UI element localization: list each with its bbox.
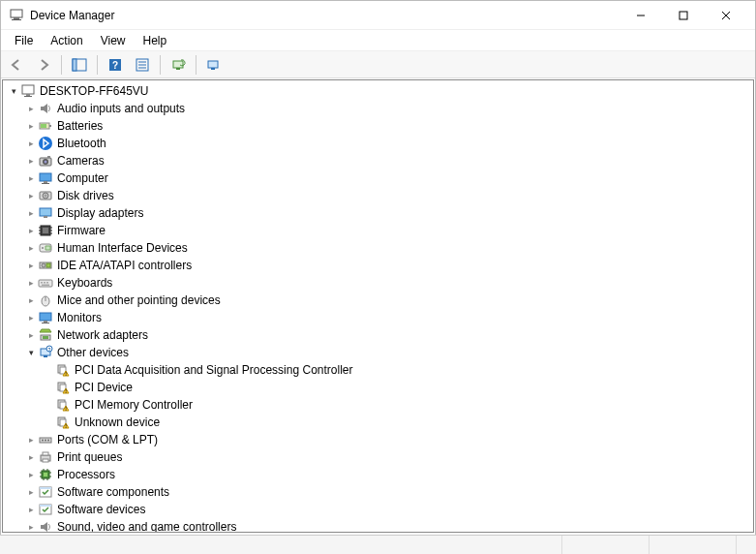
tree-category-row[interactable]: ▸Network adapters: [24, 326, 753, 344]
show-hide-tree-button[interactable]: [68, 54, 91, 76]
expand-icon[interactable]: ▸: [24, 102, 38, 115]
add-legacy-hardware-button[interactable]: [202, 54, 226, 76]
tree-root-row[interactable]: ▾DESKTOP-FF645VU: [7, 82, 753, 100]
tree-category-row[interactable]: ▸Bluetooth: [24, 135, 753, 152]
expand-icon[interactable]: ▸: [24, 137, 38, 150]
forward-button[interactable]: [32, 54, 55, 76]
tree-category-row[interactable]: ▸IDE ATA/ATAPI controllers: [24, 257, 753, 274]
tree-device-row[interactable]: PCI Device: [42, 379, 753, 396]
tree-root-label: DESKTOP-FF645VU: [40, 82, 148, 100]
expand-icon[interactable]: ▸: [24, 450, 38, 464]
tree-category-row[interactable]: ▸Monitors: [24, 309, 753, 326]
status-cell: [0, 536, 562, 554]
tree-category-row[interactable]: ▸Display adapters: [24, 204, 753, 222]
menu-action[interactable]: Action: [43, 32, 90, 49]
tree-category: ▸Disk drives: [24, 187, 753, 204]
tree-category-row[interactable]: ▸Computer: [24, 169, 753, 187]
tree-category: ▸Keyboards: [24, 274, 753, 292]
svg-rect-16: [176, 68, 180, 70]
tree-category-row[interactable]: ▸Software components: [24, 483, 753, 501]
tree-category-row[interactable]: ▸Processors: [24, 466, 753, 483]
speaker-icon: [38, 101, 53, 116]
collapse-icon[interactable]: ▾: [24, 346, 38, 359]
svg-rect-1: [14, 17, 19, 19]
expand-icon[interactable]: ▸: [24, 189, 38, 202]
tree-category-row[interactable]: ▸Software devices: [24, 501, 753, 518]
help-button[interactable]: ?: [104, 54, 127, 76]
maximize-button[interactable]: [662, 2, 705, 29]
tree-category-label: Software devices: [57, 501, 145, 518]
tree-category-row[interactable]: ▸Cameras: [24, 152, 753, 169]
tree-category-row[interactable]: ▸Ports (COM & LPT): [24, 431, 753, 448]
processor-icon: [38, 467, 53, 482]
warning-device-icon: [55, 415, 71, 430]
tree-device-row[interactable]: PCI Memory Controller: [42, 396, 753, 414]
tree-device-row[interactable]: PCI Data Acquisition and Signal Processi…: [42, 361, 753, 379]
expand-icon[interactable]: ▸: [24, 171, 38, 185]
toolbar-separator: [61, 55, 62, 75]
expand-icon[interactable]: ▸: [24, 259, 38, 272]
tree-category-row[interactable]: ▸Print queues: [24, 448, 753, 466]
tree-category-label: Sound, video and game controllers: [57, 518, 236, 533]
speaker-icon: [38, 519, 53, 533]
expand-icon[interactable]: ▸: [24, 154, 38, 168]
menu-file[interactable]: File: [7, 32, 41, 49]
scan-hardware-button[interactable]: [166, 54, 190, 76]
other-icon: [38, 345, 53, 360]
tree-category: ▸Cameras: [24, 152, 753, 169]
expand-icon[interactable]: ▸: [24, 433, 38, 446]
expand-icon[interactable]: ▸: [24, 503, 38, 516]
tree-category: ▸Display adapters: [24, 204, 753, 222]
tree-device-row[interactable]: Unknown device: [42, 414, 753, 431]
tree-category-label: Firmware: [57, 222, 106, 239]
tree-category-row[interactable]: ▸Disk drives: [24, 187, 753, 204]
expand-icon[interactable]: ▸: [24, 328, 38, 342]
properties-button[interactable]: [131, 54, 154, 76]
printer-icon: [38, 449, 53, 465]
tree-category-row[interactable]: ▸Mice and other pointing devices: [24, 292, 753, 309]
tree-category-row[interactable]: ▸Human Interface Devices: [24, 239, 753, 257]
expand-icon[interactable]: ▸: [24, 468, 38, 481]
collapse-icon[interactable]: ▾: [7, 84, 20, 98]
bluetooth-icon: [38, 136, 53, 151]
svg-rect-4: [680, 12, 687, 19]
tree-category-row[interactable]: ▸Sound, video and game controllers: [24, 518, 753, 533]
expand-icon[interactable]: ▸: [24, 224, 38, 237]
minimize-button[interactable]: [620, 2, 662, 29]
tree-category: ▸IDE ATA/ATAPI controllers: [24, 257, 753, 274]
disk-icon: [38, 188, 53, 203]
tree-device-label: PCI Device: [75, 379, 133, 396]
tree-category-row[interactable]: ▸Audio inputs and outputs: [24, 100, 753, 117]
tree-category: ▸Audio inputs and outputs: [24, 100, 753, 117]
tree-category-label: Computer: [57, 169, 108, 187]
expand-icon[interactable]: ▸: [24, 311, 38, 324]
window-controls: [620, 2, 747, 29]
tree-category: ▸Mice and other pointing devices: [24, 292, 753, 309]
computer-icon: [20, 83, 36, 99]
tree-category-row[interactable]: ▾Other devices: [24, 344, 753, 361]
tree-category-row[interactable]: ▸Firmware: [24, 222, 753, 239]
svg-rect-2: [12, 19, 21, 20]
expand-icon[interactable]: ▸: [24, 520, 38, 533]
expand-icon[interactable]: ▸: [24, 241, 38, 255]
expand-icon[interactable]: ▸: [24, 485, 38, 499]
device-tree[interactable]: ▾DESKTOP-FF645VU▸Audio inputs and output…: [3, 80, 753, 533]
expand-icon[interactable]: ▸: [24, 119, 38, 133]
expand-icon[interactable]: ▸: [24, 293, 38, 307]
back-button[interactable]: [5, 54, 28, 76]
close-button[interactable]: [705, 2, 747, 29]
tree-device-label: Unknown device: [75, 414, 160, 431]
tree-category-label: Print queues: [57, 448, 122, 466]
tree-category-label: Disk drives: [57, 187, 114, 204]
expand-icon[interactable]: ▸: [24, 276, 38, 290]
tree-category-row[interactable]: ▸Keyboards: [24, 274, 753, 292]
menu-help[interactable]: Help: [136, 32, 175, 49]
titlebar: Device Manager: [1, 1, 755, 30]
tree-category: ▸Sound, video and game controllers: [24, 518, 753, 533]
tree-category-label: Keyboards: [57, 274, 112, 292]
expand-icon[interactable]: ▸: [24, 206, 38, 220]
warning-device-icon: [55, 362, 71, 378]
menu-view[interactable]: View: [93, 32, 134, 49]
tree-category-row[interactable]: ▸Batteries: [24, 117, 753, 135]
tree-category-label: Batteries: [57, 117, 103, 135]
